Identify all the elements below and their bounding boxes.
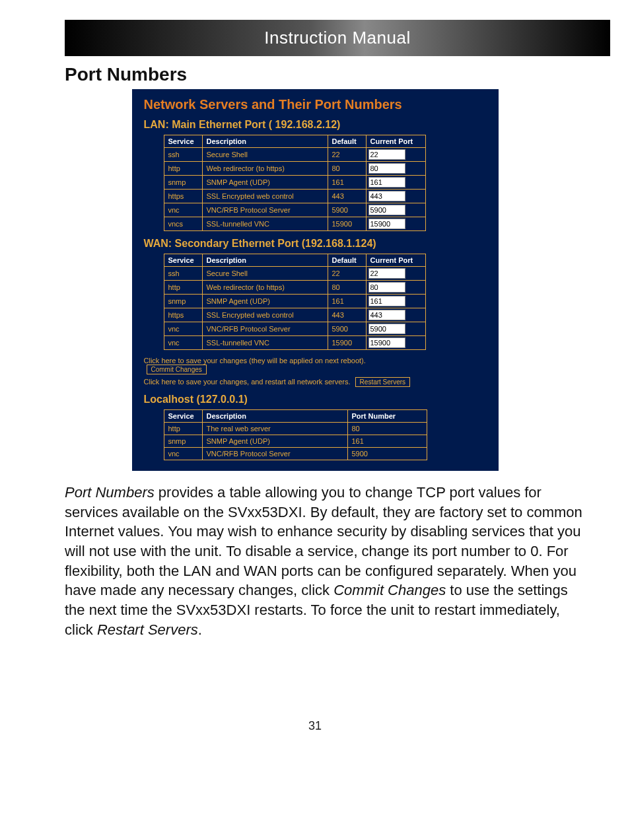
- topbar-title: Instruction Manual: [264, 28, 410, 48]
- localhost-table: Service Description Port Number httpThe …: [164, 409, 427, 460]
- lan-port-input-http[interactable]: [368, 163, 405, 174]
- cell-default: 5900: [328, 322, 366, 336]
- cell-service: http: [164, 162, 202, 176]
- table-row: vncVNC/RFB Protocol Server5900: [164, 203, 425, 217]
- restart-row: Click here to save your changes, and res…: [144, 377, 487, 387]
- local-th-service: Service: [164, 410, 202, 423]
- cell-input: [366, 281, 425, 295]
- local-th-desc: Description: [202, 410, 347, 423]
- wan-port-input-http[interactable]: [368, 282, 405, 293]
- cell-service: http: [164, 281, 202, 295]
- cell-desc: Web redirector (to https): [202, 281, 328, 295]
- commit-row: Click here to save your changes (they wi…: [144, 357, 487, 374]
- cell-service: vnc: [164, 448, 202, 460]
- cell-default: 15900: [328, 336, 366, 350]
- localhost-heading: Localhost (127.0.0.1): [144, 394, 487, 405]
- panel-title: Network Servers and Their Port Numbers: [144, 97, 487, 112]
- table-row: sshSecure Shell22: [164, 148, 425, 162]
- cell-service: snmp: [164, 435, 202, 448]
- table-row: sshSecure Shell22: [164, 267, 425, 281]
- commit-changes-button[interactable]: Commit Changes: [147, 365, 207, 374]
- cell-default: 22: [328, 267, 366, 281]
- wan-port-input-https[interactable]: [368, 310, 405, 320]
- lan-port-input-vncs[interactable]: [368, 219, 405, 229]
- cell-default: 80: [328, 281, 366, 295]
- wan-th-desc: Description: [202, 254, 328, 267]
- wan-heading: WAN: Secondary Ethernet Port (192.168.1.…: [144, 238, 487, 250]
- cell-port: 161: [347, 435, 427, 448]
- wan-th-service: Service: [164, 254, 202, 267]
- cell-input: [366, 308, 425, 322]
- network-panel: Network Servers and Their Port Numbers L…: [132, 89, 499, 471]
- topbar: Instruction Manual: [65, 20, 610, 56]
- lan-th-current: Current Port: [366, 135, 425, 148]
- wan-port-input-snmp[interactable]: [368, 296, 405, 306]
- cell-service: https: [164, 308, 202, 322]
- table-row: snmpSNMP Agent (UDP)161: [164, 176, 425, 190]
- cell-input: [366, 295, 425, 308]
- restart-servers-button[interactable]: Restart Servers: [355, 377, 410, 387]
- cell-service: vnc: [164, 336, 202, 350]
- cell-service: vncs: [164, 217, 202, 231]
- wan-port-input-ssh[interactable]: [368, 268, 405, 279]
- page-number: 31: [0, 719, 630, 733]
- cell-service: snmp: [164, 295, 202, 308]
- body-emph-commit: Commit Changes: [333, 582, 446, 598]
- cell-input: [366, 162, 425, 176]
- cell-service: vnc: [164, 322, 202, 336]
- table-row: vncSSL-tunnelled VNC15900: [164, 336, 425, 350]
- table-row: httpThe real web server80: [164, 423, 427, 435]
- cell-input: [366, 148, 425, 162]
- lan-port-input-ssh[interactable]: [368, 149, 405, 160]
- wan-th-default: Default: [328, 254, 366, 267]
- commit-hint: Click here to save your changes (they wi…: [144, 357, 366, 365]
- cell-desc: SSL-tunnelled VNC: [202, 217, 328, 231]
- cell-default: 22: [328, 148, 366, 162]
- section-heading: Port Numbers: [65, 64, 630, 85]
- cell-port: 5900: [347, 448, 427, 460]
- lan-table: Service Description Default Current Port…: [164, 135, 426, 231]
- body-paragraph: Port Numbers provides a table allowing y…: [65, 483, 590, 640]
- wan-port-input-vncs[interactable]: [368, 337, 405, 348]
- lan-th-desc: Description: [202, 135, 328, 148]
- wan-table: Service Description Default Current Port…: [164, 254, 426, 350]
- cell-service: vnc: [164, 203, 202, 217]
- cell-default: 161: [328, 176, 366, 190]
- lan-port-input-https[interactable]: [368, 191, 405, 201]
- lan-port-input-snmp[interactable]: [368, 177, 405, 188]
- table-row: vncVNC/RFB Protocol Server5900: [164, 448, 427, 460]
- table-row: snmpSNMP Agent (UDP)161: [164, 295, 425, 308]
- cell-default: 443: [328, 308, 366, 322]
- cell-default: 80: [328, 162, 366, 176]
- lan-heading: LAN: Main Ethernet Port ( 192.168.2.12): [144, 119, 487, 131]
- body-text-3: .: [198, 621, 202, 638]
- cell-desc: Secure Shell: [202, 148, 328, 162]
- wan-port-input-vnc[interactable]: [368, 324, 405, 334]
- table-row: httpsSSL Encrypted web control443: [164, 190, 425, 203]
- cell-desc: SSL-tunnelled VNC: [202, 336, 328, 350]
- table-row: vncVNC/RFB Protocol Server5900: [164, 322, 425, 336]
- cell-default: 443: [328, 190, 366, 203]
- cell-service: snmp: [164, 176, 202, 190]
- restart-hint: Click here to save your changes, and res…: [144, 378, 351, 386]
- cell-desc: VNC/RFB Protocol Server: [202, 203, 328, 217]
- lan-th-default: Default: [328, 135, 366, 148]
- lan-port-input-vnc[interactable]: [368, 205, 405, 215]
- cell-port: 80: [347, 423, 427, 435]
- cell-input: [366, 190, 425, 203]
- cell-desc: The real web server: [202, 423, 347, 435]
- table-row: httpsSSL Encrypted web control443: [164, 308, 425, 322]
- cell-desc: VNC/RFB Protocol Server: [202, 448, 347, 460]
- cell-default: 15900: [328, 217, 366, 231]
- cell-desc: SSL Encrypted web control: [202, 308, 328, 322]
- cell-input: [366, 203, 425, 217]
- cell-input: [366, 336, 425, 350]
- cell-desc: SNMP Agent (UDP): [202, 176, 328, 190]
- cell-desc: VNC/RFB Protocol Server: [202, 322, 328, 336]
- table-row: snmpSNMP Agent (UDP)161: [164, 435, 427, 448]
- local-th-port: Port Number: [347, 410, 427, 423]
- cell-service: http: [164, 423, 202, 435]
- cell-input: [366, 217, 425, 231]
- wan-th-current: Current Port: [366, 254, 425, 267]
- cell-desc: SNMP Agent (UDP): [202, 435, 347, 448]
